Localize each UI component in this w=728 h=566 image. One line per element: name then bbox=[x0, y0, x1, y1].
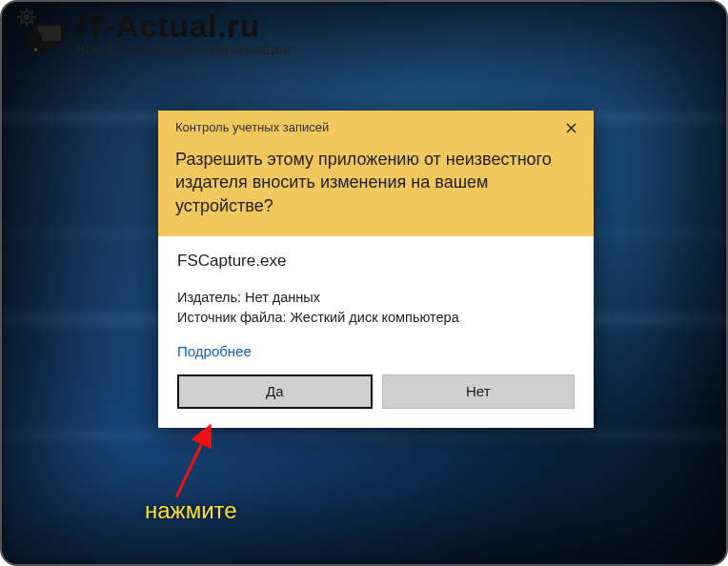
screenshot-frame: IT-Actual.ru Всегда актуальная информаци… bbox=[0, 0, 728, 566]
uac-source-line: Источник файла: Жесткий диск компьютера bbox=[177, 308, 575, 328]
uac-details: Издатель: Нет данных Источник файла: Жес… bbox=[177, 288, 575, 328]
uac-publisher-line: Издатель: Нет данных bbox=[177, 288, 575, 308]
svg-rect-13 bbox=[40, 47, 59, 50]
svg-rect-12 bbox=[45, 44, 54, 47]
svg-line-8 bbox=[20, 22, 22, 24]
uac-dialog: Контроль учетных записей Разрешить этому… bbox=[158, 111, 594, 428]
site-tagline: Всегда актуальная информация bbox=[76, 42, 291, 57]
uac-titlebar-text: Контроль учетных записей bbox=[175, 120, 576, 134]
close-icon bbox=[566, 123, 576, 133]
svg-point-1 bbox=[25, 15, 29, 19]
annotation-label: нажмите bbox=[145, 497, 237, 524]
site-title: IT-Actual.ru bbox=[76, 10, 291, 44]
close-button[interactable] bbox=[557, 116, 584, 139]
uac-header: Контроль учетных записей Разрешить этому… bbox=[158, 111, 594, 236]
uac-more-link[interactable]: Подробнее bbox=[177, 343, 252, 359]
site-watermark: IT-Actual.ru Всегда актуальная информаци… bbox=[13, 6, 291, 61]
svg-line-9 bbox=[31, 10, 33, 12]
uac-body: FSCapture.exe Издатель: Нет данных Источ… bbox=[158, 236, 594, 428]
svg-point-15 bbox=[34, 49, 37, 51]
svg-line-6 bbox=[20, 10, 22, 12]
uac-button-row: Да Нет bbox=[177, 374, 575, 409]
yes-button[interactable]: Да bbox=[177, 374, 373, 409]
svg-line-7 bbox=[31, 22, 33, 24]
no-button[interactable]: Нет bbox=[382, 374, 576, 409]
site-logo-icon bbox=[13, 6, 67, 61]
uac-question-text: Разрешить этому приложению от неизвестно… bbox=[175, 148, 576, 217]
uac-program-name: FSCapture.exe bbox=[177, 252, 575, 271]
